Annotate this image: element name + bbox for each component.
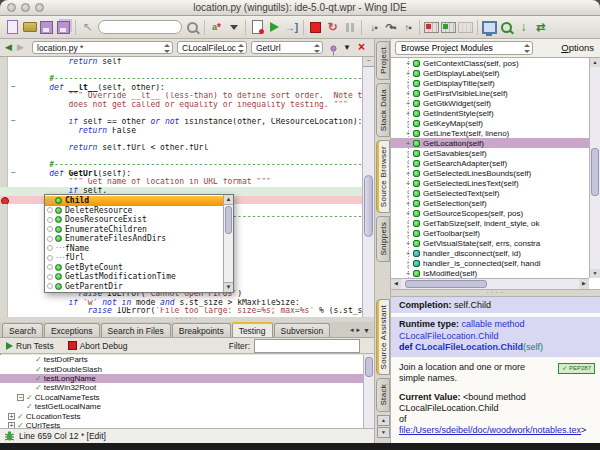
tab-scroll-right-icon[interactable]: ▸ xyxy=(357,326,361,334)
code-line[interactable] xyxy=(0,110,362,119)
right-splitter[interactable]: ···· xyxy=(391,289,600,297)
module-vscroll-thumb[interactable] xyxy=(591,148,599,196)
scroll-down-icon[interactable]: ▼ xyxy=(590,269,600,278)
side-tab-project[interactable]: Project xyxy=(376,41,390,80)
code-line[interactable]: − def GetUrl(self): xyxy=(0,170,362,179)
code-line[interactable]: does not get called or equality or inequ… xyxy=(0,101,362,110)
save-all-icon[interactable] xyxy=(56,18,71,36)
window-close-button[interactable] xyxy=(7,3,16,12)
debug-io-icon[interactable] xyxy=(424,18,439,36)
code-line[interactable]: if 'w' not in mode and s.st_size > kMaxF… xyxy=(0,299,362,308)
module-tree-row[interactable]: +GetGtkWidget(self) xyxy=(391,98,589,108)
test-tree-row[interactable]: ✓testDotParts xyxy=(0,355,374,364)
test-tree-row[interactable]: ✓testWin32Root xyxy=(0,383,374,392)
select-pointer-icon[interactable]: ↖ xyxy=(80,18,95,36)
debug-file-icon[interactable] xyxy=(250,18,265,36)
step-into-icon[interactable]: ↓▪ xyxy=(366,18,381,36)
tree-expander-icon[interactable]: ¦ xyxy=(403,160,413,167)
tree-expander-icon[interactable]: + xyxy=(403,100,413,107)
module-tree-row[interactable]: ¦GetKeyMap(self) xyxy=(391,118,589,128)
autocomplete-item[interactable]: GetByteCount xyxy=(45,263,223,273)
filter-input[interactable] xyxy=(254,339,360,353)
scroll-left-icon[interactable]: ◀ xyxy=(391,279,401,289)
module-tree-row[interactable]: +GetFirstVisibleLine(self) xyxy=(391,88,589,98)
fold-marker-icon[interactable]: − xyxy=(11,84,16,92)
scroll-right-icon[interactable]: ▶ xyxy=(579,279,589,289)
code-line[interactable]: #---------------------------------------… xyxy=(0,161,362,170)
window-zoom-button[interactable] xyxy=(35,3,44,12)
test-tree-row[interactable]: ✓testDoubleSlash xyxy=(0,364,374,373)
tree-expander-icon[interactable]: ¦ xyxy=(403,260,413,267)
symbol-index-icon[interactable] xyxy=(209,18,224,36)
run-icon[interactable] xyxy=(267,18,282,36)
step-over-icon[interactable]: ↷▪ xyxy=(383,18,398,36)
module-tree-row[interactable]: ¦handler_is_connected(self, handl xyxy=(391,258,589,268)
debug-bug-icon[interactable] xyxy=(4,430,15,443)
code-line[interactable]: return False xyxy=(0,127,362,136)
sync-icon[interactable]: ⇄ xyxy=(533,18,548,36)
test-tree-scrollbar[interactable] xyxy=(363,355,374,428)
save-icon[interactable] xyxy=(39,18,54,36)
code-line[interactable]: return self.fUrl < other.fUrl xyxy=(0,144,362,153)
tab-search[interactable]: Search xyxy=(2,323,43,337)
test-tree-row[interactable]: ✓testLongName xyxy=(0,374,374,383)
module-tree-row[interactable]: +GetDisplayLabel(self) xyxy=(391,68,589,78)
abort-debug-icon[interactable] xyxy=(68,341,77,350)
tree-expander-icon[interactable]: + xyxy=(403,60,413,67)
editor-scrollbar-thumb[interactable] xyxy=(364,175,373,237)
stop-icon[interactable] xyxy=(308,18,323,36)
autocomplete-item[interactable]: EnumerateFilesAndDirs xyxy=(45,234,223,244)
abort-debug-button[interactable]: Abort Debug xyxy=(80,341,128,351)
tree-expander-icon[interactable]: + xyxy=(403,140,413,147)
module-tree-row[interactable]: ¦GetTabSize(self, indent_style, ok xyxy=(391,218,589,228)
open-folder-icon[interactable] xyxy=(22,18,37,36)
tree-expander-icon[interactable]: ¦ xyxy=(403,190,413,197)
tab-menu-icon[interactable]: ▼ xyxy=(363,327,370,334)
autocomplete-item[interactable]: EnumerateChildren xyxy=(45,225,223,235)
code-line[interactable]: return self xyxy=(0,58,362,67)
current-value-link[interactable]: file:/Users/sdeibel/doc/woodwork/notable… xyxy=(399,425,581,435)
module-tree-row[interactable]: +GetIndentStyle(self) xyxy=(391,108,589,118)
module-tree-row[interactable]: +IsModified(self) xyxy=(391,268,589,278)
tab-testing[interactable]: Testing xyxy=(232,322,273,337)
code-line[interactable] xyxy=(0,67,362,76)
debug-modules-icon[interactable] xyxy=(458,18,473,36)
module-tree-row[interactable]: ¦GetSavables(self) xyxy=(391,148,589,158)
module-tree-row[interactable]: +GetSelection(self) xyxy=(391,198,589,208)
scroll-down-icon[interactable]: ▼ xyxy=(224,282,233,292)
side-tab-stack[interactable]: Stack xyxy=(376,378,390,412)
tree-expander-icon[interactable]: ¦ xyxy=(403,230,413,237)
debug-console-icon[interactable] xyxy=(482,18,497,36)
module-tree-row[interactable]: +GetContextClass(self, pos) xyxy=(391,58,589,68)
tree-expander-icon[interactable]: ¦ xyxy=(403,150,413,157)
tree-expander-icon[interactable]: + xyxy=(403,250,413,257)
caret-down-icon[interactable] xyxy=(226,18,241,36)
module-tree-row[interactable]: ¦GetDisplayTitle(self) xyxy=(391,78,589,88)
nav-forward-icon[interactable]: ▶ xyxy=(17,42,24,52)
autocomplete-item[interactable]: Child xyxy=(45,196,223,206)
autocomplete-item[interactable]: DoesResourceExist xyxy=(45,215,223,225)
module-tree-row[interactable]: +GetSourceScopes(self, pos) xyxy=(391,208,589,218)
code-line[interactable] xyxy=(0,135,362,144)
code-line[interactable]: − def __lt__(self, other): xyxy=(0,84,362,93)
module-tree-row[interactable]: +GetVisualState(self, errs, constra xyxy=(391,238,589,248)
side-tab-stack-data[interactable]: Stack Data xyxy=(376,83,390,137)
window-minimize-button[interactable] xyxy=(21,3,30,12)
step-out-icon[interactable]: ↑▪ xyxy=(400,18,415,36)
test-tree-row[interactable]: ✓testGetLocalName xyxy=(0,402,374,411)
tree-expander-icon[interactable]: + xyxy=(403,270,413,277)
module-hscroll-thumb[interactable] xyxy=(405,280,487,288)
module-tree-row[interactable]: +GetSelectedLinesText(self) xyxy=(391,178,589,188)
symbol-dropdown[interactable]: GetUrl xyxy=(251,41,323,54)
run-tests-button[interactable]: Run Tests xyxy=(16,341,54,351)
tab-scroll-up-icon[interactable]: ▲ xyxy=(377,415,390,426)
pause-icon[interactable] xyxy=(342,18,357,36)
module-tree-row[interactable]: ¦GetSelectedText(self) xyxy=(391,188,589,198)
tree-expander-icon[interactable]: ¦ xyxy=(403,120,413,127)
test-scrollbar-thumb[interactable] xyxy=(365,357,373,377)
module-tree-row[interactable]: +GetSelectedLinesBounds(self) xyxy=(391,168,589,178)
tab-scroll-left-icon[interactable]: ◂ xyxy=(350,326,354,334)
tab-breakpoints[interactable]: Breakpoints xyxy=(172,323,231,337)
tree-expander-icon[interactable]: + xyxy=(403,90,413,97)
pep287-badge[interactable]: ✓ PEP287 xyxy=(558,363,595,374)
